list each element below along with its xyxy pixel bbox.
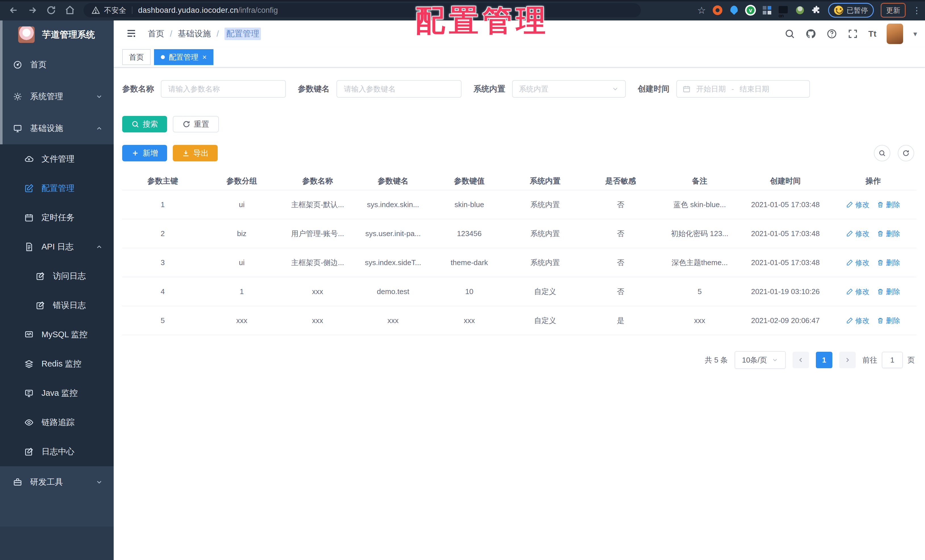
edit-link[interactable]: 修改 bbox=[846, 287, 869, 297]
sidebar-item-trace[interactable]: 链路追踪 bbox=[0, 408, 114, 437]
extension-icon-on-badge[interactable]: on bbox=[779, 5, 788, 15]
chevron-up-icon bbox=[95, 125, 103, 132]
filter-form: 参数名称 参数键名 系统内置 系统内置 创建时间 bbox=[122, 80, 916, 98]
delete-link[interactable]: 删除 bbox=[877, 316, 900, 325]
param-key-input[interactable] bbox=[336, 80, 461, 98]
page-size-select[interactable]: 10条/页 bbox=[735, 351, 786, 369]
sidebar-item-config-management[interactable]: 配置管理 bbox=[0, 174, 114, 203]
pencil-icon bbox=[846, 288, 853, 295]
extension-icon-person[interactable] bbox=[795, 5, 805, 15]
reset-button[interactable]: 重置 bbox=[173, 116, 219, 132]
extension-icon-green-check[interactable]: v bbox=[746, 5, 755, 15]
collapse-sidebar-icon[interactable] bbox=[126, 28, 137, 39]
document-icon bbox=[24, 242, 33, 251]
edit-link[interactable]: 修改 bbox=[846, 316, 869, 325]
toggle-search-button[interactable] bbox=[874, 145, 890, 161]
page-content: 参数名称 参数键名 系统内置 系统内置 创建时间 bbox=[114, 68, 925, 560]
table-row: 5 xxx xxx xxx xxx 自定义 是 xxx 2021-02-09 2… bbox=[122, 306, 916, 335]
sidebar-item-redis-monitor[interactable]: Redis 监控 bbox=[0, 349, 114, 378]
current-page-button[interactable]: 1 bbox=[816, 352, 832, 368]
extension-icon-orange[interactable] bbox=[713, 5, 722, 15]
trash-icon bbox=[877, 288, 884, 295]
sidebar: 芋道管理系统 首页 系统管理 基础设施 文件管理 配置管理 定时任务 bbox=[0, 21, 114, 560]
download-icon bbox=[182, 149, 190, 157]
refresh-table-button[interactable] bbox=[898, 145, 914, 161]
create-time-range-picker[interactable]: 开始日期 - 结束日期 bbox=[676, 80, 810, 98]
address-bar[interactable]: 不安全 dashboard.yudao.iocoder.cn/infra/con… bbox=[84, 3, 641, 17]
search-icon[interactable] bbox=[784, 29, 795, 39]
edit-link[interactable]: 修改 bbox=[846, 229, 869, 238]
delete-link[interactable]: 删除 bbox=[877, 229, 900, 238]
extensions-puzzle-icon[interactable] bbox=[812, 5, 821, 15]
page-unit-label: 页 bbox=[907, 355, 915, 365]
close-icon[interactable]: × bbox=[202, 53, 206, 61]
breadcrumb-home[interactable]: 首页 bbox=[148, 28, 164, 39]
prev-page-button[interactable] bbox=[792, 352, 809, 368]
app-logo[interactable]: 芋道管理系统 bbox=[0, 21, 114, 49]
sidebar-item-log-center[interactable]: 日志中心 bbox=[0, 437, 114, 466]
export-button[interactable]: 导出 bbox=[173, 145, 218, 161]
sidebar-item-access-log[interactable]: 访问日志 bbox=[0, 261, 114, 291]
tab-config-management[interactable]: 配置管理 × bbox=[154, 49, 213, 65]
sidebar-item-system[interactable]: 系统管理 bbox=[0, 81, 114, 113]
url-path: /infra/config bbox=[238, 6, 278, 15]
timer-icon bbox=[24, 213, 33, 222]
delete-link[interactable]: 删除 bbox=[877, 287, 900, 297]
edit-link[interactable]: 修改 bbox=[846, 258, 869, 267]
browser-menu-kebab-icon[interactable]: ⋮ bbox=[913, 6, 921, 14]
user-avatar[interactable] bbox=[887, 24, 903, 44]
system-builtin-select[interactable]: 系统内置 bbox=[512, 80, 626, 98]
delete-link[interactable]: 删除 bbox=[877, 200, 900, 209]
breadcrumb: 首页 / 基础设施 / 配置管理 bbox=[148, 27, 261, 40]
paused-label: 已暂停 bbox=[847, 6, 868, 15]
table-row: 2 biz 用户管理-账号... sys.user.init-pa... 123… bbox=[122, 219, 916, 248]
sidebar-item-file-management[interactable]: 文件管理 bbox=[0, 145, 114, 174]
pagination: 共 5 条 10条/页 1 前往 页 bbox=[122, 351, 916, 369]
avatar-caret-icon[interactable]: ▾ bbox=[913, 30, 917, 38]
refresh-icon[interactable] bbox=[46, 5, 56, 15]
next-page-button[interactable] bbox=[839, 352, 856, 368]
github-icon[interactable] bbox=[805, 29, 816, 39]
goto-page-input[interactable] bbox=[882, 352, 903, 368]
trash-icon bbox=[877, 201, 884, 208]
bookmark-star-icon[interactable]: ☆ bbox=[698, 5, 706, 15]
chevron-down-icon bbox=[771, 357, 778, 363]
extension-icon-pin[interactable] bbox=[729, 5, 739, 15]
table-toolbar: 新增 导出 bbox=[122, 145, 916, 161]
system-builtin-label: 系统内置 bbox=[473, 84, 505, 94]
sidebar-item-home[interactable]: 首页 bbox=[0, 49, 114, 81]
paused-extension-pill[interactable]: 已暂停 bbox=[828, 3, 874, 18]
forward-icon[interactable] bbox=[27, 5, 38, 15]
param-name-input[interactable] bbox=[161, 80, 286, 98]
sidebar-item-infrastructure[interactable]: 基础设施 bbox=[0, 113, 114, 145]
sidebar-item-dev-tools[interactable]: 研发工具 bbox=[0, 466, 114, 498]
delete-link[interactable]: 删除 bbox=[877, 258, 900, 267]
cloud-upload-icon bbox=[24, 155, 33, 164]
pencil-icon bbox=[846, 317, 853, 324]
help-icon[interactable] bbox=[826, 29, 837, 39]
font-size-icon[interactable]: Tt bbox=[868, 29, 877, 39]
edit-square-icon bbox=[24, 184, 33, 193]
sidebar-item-scheduled-jobs[interactable]: 定时任务 bbox=[0, 203, 114, 232]
back-icon[interactable] bbox=[9, 5, 19, 15]
tab-home[interactable]: 首页 bbox=[122, 49, 151, 65]
chevron-down-icon bbox=[95, 479, 103, 486]
search-button[interactable]: 搜索 bbox=[122, 116, 167, 132]
sidebar-item-api-log[interactable]: API 日志 bbox=[0, 232, 114, 261]
database-monitor-icon bbox=[24, 330, 33, 339]
url-host: dashboard.yudao.iocoder.cn bbox=[138, 6, 238, 15]
add-button[interactable]: 新增 bbox=[122, 145, 167, 161]
active-tab-dot bbox=[161, 55, 165, 59]
home-icon[interactable] bbox=[65, 5, 75, 15]
edit-link[interactable]: 修改 bbox=[846, 200, 869, 209]
sidebar-item-java-monitor[interactable]: Java 监控 bbox=[0, 378, 114, 408]
eye-icon bbox=[24, 418, 33, 427]
extension-icon-grid[interactable] bbox=[762, 5, 772, 15]
browser-update-button[interactable]: 更新 bbox=[881, 3, 906, 18]
trash-icon bbox=[877, 230, 884, 237]
breadcrumb-infrastructure[interactable]: 基础设施 bbox=[178, 28, 211, 39]
fullscreen-icon[interactable] bbox=[847, 29, 858, 39]
sidebar-item-mysql-monitor[interactable]: MySQL 监控 bbox=[0, 320, 114, 349]
pencil-icon bbox=[846, 230, 853, 237]
sidebar-item-error-log[interactable]: 错误日志 bbox=[0, 291, 114, 320]
